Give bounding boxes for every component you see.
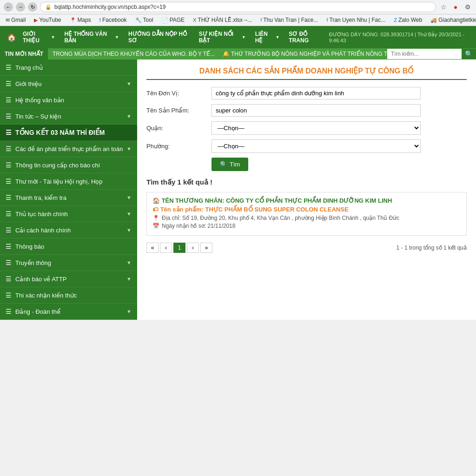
sidebar-label-gioi-thieu: Giới thiệu [15, 80, 41, 87]
sidebar-item-de-an[interactable]: ☰ Các đề án phát triển thực phẩm an toàn… [0, 141, 137, 157]
pinterest-button[interactable]: ● [451, 2, 460, 12]
sidebar-item-gioi-thieu[interactable]: ☰ Giới thiệu ▼ [0, 76, 137, 92]
input-company[interactable] [212, 87, 421, 99]
bookmark-fb-thu[interactable]: f Thu Van Tran | Face... [258, 16, 320, 24]
page-prev-button[interactable]: ‹ [160, 243, 172, 253]
bookmark-youtube[interactable]: ▶ YouTube [32, 16, 63, 24]
form-row-district: Quận: —Chọn— [146, 121, 467, 135]
sidebar-item-he-thong[interactable]: ☰ Hệ thống văn bản [0, 92, 137, 108]
search-button[interactable]: 🔍 [462, 49, 476, 59]
sidebar: ☰ Trang chủ ☰ Giới thiệu ▼ ☰ Hệ thống vă… [0, 60, 137, 320]
sidebar-item-left-truyen-thong: ☰ Truyền thông [6, 259, 51, 266]
sidebar-item-cai-cach[interactable]: ☰ Cải cách hành chính ▼ [0, 222, 137, 238]
sidebar-label-thong-bao: Thông báo [15, 243, 44, 250]
bookmark-gmail[interactable]: ✉ Gmail [4, 16, 27, 24]
list-icon-thu-tuc: ☰ [6, 210, 12, 218]
settings-button[interactable]: ⚙ [463, 2, 472, 12]
ticker-text2: 🔔 THỨ TRƯỞNG BỘ NÔNG NGHIỆP VÀ PHÁT TRIỂ… [223, 51, 387, 57]
list-icon-gioi-thieu: ☰ [6, 80, 12, 87]
select-ward[interactable]: —Chọn— [212, 139, 421, 153]
list-icon-thong-tin: ☰ [6, 161, 12, 169]
nav-item-he-thong[interactable]: HỆ THỐNG VĂN BẢN ▼ [60, 29, 124, 46]
label-ward: Phường: [146, 143, 207, 150]
pagination-controls: « ‹ 1 › » [146, 243, 212, 253]
input-product[interactable] [212, 104, 421, 117]
sidebar-item-tong-ket[interactable]: ☰ TỔNG KẾT 03 NĂM THÍ ĐIỂM [0, 125, 137, 141]
giaohang-icon: 🚚 [430, 17, 437, 23]
back-button[interactable]: ← [4, 2, 13, 12]
sidebar-item-truyen-thong[interactable]: ☰ Truyền thông ▼ [0, 255, 137, 271]
result-address: 📍 Địa chỉ: Số 19, Đường 20, Khu phố 4, K… [152, 215, 461, 221]
page-title-link[interactable]: DANH SÁCH CÁC SẢN PHẨM DOANH NGHIỆP TỰ C… [199, 67, 414, 75]
search-btn-label: Tìm [230, 161, 240, 168]
reload-button[interactable]: ↻ [28, 2, 37, 12]
bookmark-button[interactable]: ☆ [439, 2, 448, 12]
youtube-icon: ▶ [34, 17, 38, 23]
search-input[interactable] [387, 49, 462, 59]
page-current-button[interactable]: 1 [173, 243, 185, 253]
sidebar-item-trang-chu[interactable]: ☰ Trang chủ [0, 60, 137, 76]
sidebar-item-canh-bao[interactable]: ☰ Cảnh báo về ATTP ▼ [0, 271, 137, 287]
nav-item-huong-dan[interactable]: HƯỚNG DẪN NỘP HỒ SƠ [124, 29, 194, 46]
main-nav: GIỚI THIỆU ▼ HỆ THỐNG VĂN BẢN ▼ HƯỚNG DẪ… [18, 29, 329, 46]
browser-chrome: ← → ↻ 🔒 bqlattp.hochiminhcity.gov.vn/spc… [0, 0, 476, 26]
lock-icon: 🔒 [45, 4, 52, 10]
nav-arrow-he-thong: ▼ [115, 35, 119, 40]
nav-item-gioi-thieu[interactable]: GIỚI THIỆU ▼ [18, 29, 60, 46]
list-icon-he-thong: ☰ [6, 96, 12, 104]
home-icon[interactable]: 🏠 [7, 33, 16, 42]
form-row-ward: Phường: —Chọn— [146, 139, 467, 153]
sidebar-item-tin-tuc[interactable]: ☰ Tin tức – Sự kiện ▼ [0, 108, 137, 125]
result-company: 🏠 TÊN THƯƠNG NHÂN: CÔNG TY CỔ PHẦN THỰC … [152, 197, 461, 204]
pagination: « ‹ 1 › » 1 - 1 trong tổng số 1 kết quả [146, 243, 467, 253]
bookmark-page-label: PAGE [170, 17, 185, 23]
sidebar-item-left-thanh-tra: ☰ Thanh tra, kiểm tra [6, 194, 66, 201]
bookmark-fb-uyen[interactable]: f Tran Uyen Nhu | Fac... [324, 16, 387, 24]
nav-item-su-kien[interactable]: SỰ KIỆN NỔI BẬT ▼ [194, 29, 251, 46]
sidebar-item-dang-doan[interactable]: ☰ Đảng - Đoàn thể ▼ [0, 304, 137, 320]
nav-item-lien-he[interactable]: LIÊN HỆ ▼ [251, 29, 284, 46]
bookmark-zalo[interactable]: Z Zalo Web [392, 16, 424, 24]
page-title-text: DANH SÁCH CÁC SẢN PHẨM DOANH NGHIỆP TỰ C… [199, 67, 414, 75]
sidebar-label-de-an: Các đề án phát triển thực phẩm an toàn [15, 145, 123, 152]
sidebar-item-thu-moi[interactable]: ☰ Thư mời - Tài liệu Hội nghị, Họp [0, 173, 137, 190]
list-icon-de-an: ☰ [6, 145, 12, 152]
sidebar-item-thong-tin[interactable]: ☰ Thông tin cung cấp cho báo chí [0, 157, 137, 173]
sidebar-item-thanh-tra[interactable]: ☰ Thanh tra, kiểm tra ▼ [0, 190, 137, 206]
top-header: 🏠 GIỚI THIỆU ▼ HỆ THỐNG VĂN BẢN ▼ HƯỚNG … [0, 26, 476, 48]
bookmark-facebook[interactable]: f Facebook [98, 16, 129, 24]
nav-item-so-do[interactable]: SƠ ĐỒ TRANG [284, 29, 329, 46]
sidebar-item-thu-tuc[interactable]: ☰ Thủ tục hành chính ▼ [0, 206, 137, 222]
sidebar-item-thong-bao[interactable]: ☰ Thông báo [0, 238, 137, 255]
bookmark-giaohang[interactable]: 🚚 Giaohangtietkiem.v... [429, 16, 476, 24]
sidebar-arrow-thu-tuc: ▼ [126, 211, 132, 217]
select-district[interactable]: —Chọn— [212, 121, 421, 135]
result-company-link[interactable]: TÊN THƯƠNG NHÂN: CÔNG TY CỔ PHẦN THỰC PH… [162, 197, 392, 204]
bookmark-page[interactable]: 📄 PAGE [160, 16, 186, 24]
sidebar-item-left-gioi-thieu: ☰ Giới thiệu [6, 80, 41, 87]
bookmark-maps[interactable]: 📍 Maps [68, 16, 93, 24]
nav-arrow-su-kien: ▼ [242, 35, 246, 40]
page-last-button[interactable]: » [200, 243, 212, 253]
forward-button[interactable]: → [16, 2, 25, 12]
list-icon-thong-bao: ☰ [6, 243, 12, 250]
list-icon-tong-ket: ☰ [6, 129, 12, 136]
url-bar[interactable]: 🔒 bqlattp.hochiminhcity.gov.vn/spcb.aspx… [40, 2, 436, 12]
sidebar-item-thi-xac-nhan[interactable]: ☰ Thi xác nhận kiến thức [0, 287, 137, 304]
sidebar-label-tong-ket: TỔNG KẾT 03 NĂM THÍ ĐIỂM [15, 129, 105, 136]
sidebar-label-thong-tin: Thông tin cung cấp cho báo chí [15, 162, 100, 169]
maps-icon: 📍 [70, 17, 76, 23]
bookmark-xlsx[interactable]: X THỨ HÀN LẼ.xlsx –... [191, 16, 254, 24]
ticker-content: TRONG MÙA DỊCH THEO KHUYẾN CÁO CỦA WHO, … [48, 48, 387, 60]
sidebar-item-left-tong-ket: ☰ TỔNG KẾT 03 NĂM THÍ ĐIỂM [6, 129, 105, 136]
tool-icon: 🔧 [135, 17, 142, 23]
search-form: Tên Đơn Vị: Tên Sản Phẩm: Quận: —Chọn— P… [146, 87, 467, 171]
page-first-button[interactable]: « [146, 243, 159, 253]
bookmark-xlsx-label: THỨ HÀN LẼ.xlsx –... [198, 17, 252, 23]
page-next-button[interactable]: › [187, 243, 199, 253]
bookmark-tool[interactable]: 🔧 Tool [133, 16, 155, 24]
search-submit-button[interactable]: 🔍 Tìm [212, 158, 248, 171]
label-product: Tên Sản Phẩm: [146, 107, 207, 114]
sidebar-arrow-de-an: ▼ [126, 146, 132, 152]
result-product-link[interactable]: Tên sản phẩm: THỰC PHẨM BỔ SUNG SUPER CO… [160, 206, 349, 213]
